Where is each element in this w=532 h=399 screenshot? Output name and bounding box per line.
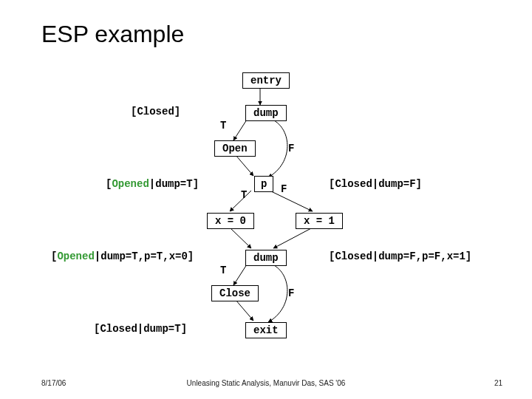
state-left-2: [Opened|dump=T] bbox=[106, 178, 199, 190]
edge-f1: F bbox=[288, 143, 294, 154]
state-right-3: [Closed|dump=F,p=F,x=1] bbox=[329, 250, 471, 262]
node-dump-1: dump bbox=[245, 105, 287, 121]
state-left-3: [Opened|dump=T,p=T,x=0] bbox=[51, 250, 194, 262]
svg-line-4 bbox=[270, 191, 313, 211]
slide-title: ESP example bbox=[41, 21, 184, 48]
svg-line-1 bbox=[233, 120, 247, 140]
state-right-2: [Closed|dump=F] bbox=[329, 178, 422, 190]
edge-t3: T bbox=[220, 265, 226, 276]
node-dump-2: dump bbox=[245, 250, 287, 266]
node-exit: exit bbox=[245, 322, 287, 338]
edge-f3: F bbox=[288, 287, 294, 299]
edge-t2: T bbox=[241, 189, 247, 201]
flow-arrows bbox=[0, 0, 532, 399]
node-x1: x = 1 bbox=[296, 213, 343, 229]
node-entry: entry bbox=[242, 72, 290, 89]
state-left-1: [Closed] bbox=[131, 106, 180, 117]
edge-f2: F bbox=[281, 183, 287, 195]
svg-line-8 bbox=[236, 300, 253, 321]
svg-line-6 bbox=[273, 228, 313, 248]
state-2-opened: Opened bbox=[112, 178, 149, 190]
footer-credit: Unleasing Static Analysis, Manuvir Das, … bbox=[0, 379, 532, 387]
edge-t1: T bbox=[220, 120, 226, 132]
node-open: Open bbox=[214, 140, 256, 157]
svg-line-2 bbox=[236, 155, 253, 176]
svg-line-7 bbox=[233, 265, 247, 285]
footer-page: 21 bbox=[494, 379, 502, 387]
node-p: p bbox=[254, 176, 273, 192]
svg-line-5 bbox=[230, 228, 251, 248]
node-close: Close bbox=[211, 285, 259, 301]
state-left-4: [Closed|dump=T] bbox=[94, 323, 187, 335]
node-x0: x = 0 bbox=[207, 213, 254, 229]
